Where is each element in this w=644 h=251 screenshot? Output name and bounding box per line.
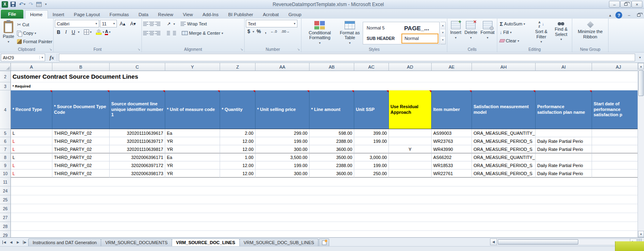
cell[interactable]: [256, 231, 310, 237]
cell[interactable]: [220, 231, 256, 237]
cell[interactable]: 2388.00: [310, 137, 354, 145]
percent-style-button[interactable]: %: [255, 29, 263, 34]
autosum-button[interactable]: ΣAutoSum▾: [499, 20, 531, 28]
merge-center-button[interactable]: Merge & Center▾: [181, 29, 224, 37]
cell[interactable]: 199.00: [256, 137, 310, 145]
cell[interactable]: THIRD_PARTY_02: [52, 137, 110, 145]
cell[interactable]: ORA_MEASURE_PERIOD_S: [472, 169, 536, 178]
header-cell[interactable]: * Source Document Type Code: [52, 90, 110, 129]
row-header-24[interactable]: 24: [0, 186, 11, 195]
insert-cells-button[interactable]: Insert ▾: [449, 20, 463, 46]
row-header-11[interactable]: 11: [0, 178, 11, 186]
cell[interactable]: [354, 213, 389, 222]
cell[interactable]: [389, 178, 432, 186]
help-icon[interactable]: ?: [615, 12, 622, 19]
cell[interactable]: 320201110639717: [110, 137, 165, 145]
cell[interactable]: 199.00: [354, 161, 389, 169]
row-header-27[interactable]: 27: [0, 213, 11, 222]
tab-insert[interactable]: Insert: [48, 10, 69, 19]
accounting-format-button[interactable]: $: [246, 29, 252, 34]
cell[interactable]: [52, 195, 110, 204]
cell[interactable]: [592, 178, 638, 186]
format-as-table-button[interactable]: Format as Table ▾: [338, 20, 362, 46]
vertical-scroll-track[interactable]: [638, 69, 644, 231]
select-all-corner[interactable]: [0, 63, 11, 71]
cell[interactable]: 199.00: [354, 137, 389, 145]
cell[interactable]: [354, 178, 389, 186]
bold-button[interactable]: B: [55, 29, 62, 36]
cell[interactable]: [165, 186, 220, 195]
cell[interactable]: [472, 178, 536, 186]
underline-button[interactable]: U: [70, 29, 77, 36]
cell[interactable]: THIRD_PARTY_02: [52, 129, 110, 137]
row-header-8[interactable]: 8: [0, 153, 11, 161]
cell[interactable]: Daily Rate Partial Perio: [536, 161, 592, 169]
tab-add-ins[interactable]: Add-Ins: [198, 10, 224, 19]
column-header-AC[interactable]: AC: [354, 63, 389, 71]
column-header-Z[interactable]: Z: [220, 63, 256, 71]
cell[interactable]: 300.00: [256, 169, 310, 178]
cell[interactable]: [389, 186, 432, 195]
alignment-dialog-launcher[interactable]: ↘: [240, 48, 243, 51]
horizontal-scroll-thumb[interactable]: [498, 239, 578, 245]
header-cell[interactable]: Unit SSP: [354, 90, 389, 129]
style-normal-5[interactable]: Normal 5: [364, 23, 401, 33]
column-header-AB[interactable]: AB: [310, 63, 354, 71]
tab-home[interactable]: Home: [25, 10, 48, 19]
cell[interactable]: [11, 186, 52, 195]
tab-file[interactable]: File: [1, 10, 23, 19]
minimize-button[interactable]: –: [609, 1, 620, 8]
horizontal-scroll-track[interactable]: [497, 238, 630, 245]
cell[interactable]: [110, 195, 165, 204]
orientation-dropdown-arrow[interactable]: ▾: [173, 22, 175, 26]
cell[interactable]: 12.00: [220, 169, 256, 178]
previous-sheet-button[interactable]: ◀: [8, 239, 15, 246]
cell[interactable]: 3,500.00: [256, 153, 310, 161]
cell[interactable]: [389, 137, 432, 145]
style-page-header[interactable]: PAGE_...: [401, 23, 438, 33]
font-color-button[interactable]: A: [105, 29, 108, 35]
align-bottom-button[interactable]: [155, 22, 160, 26]
row-header-26[interactable]: 26: [0, 204, 11, 213]
cell[interactable]: [165, 178, 220, 186]
clipboard-dialog-launcher[interactable]: ↘: [49, 48, 52, 51]
cell[interactable]: [432, 204, 472, 213]
cell[interactable]: [256, 186, 310, 195]
cell[interactable]: 2388.00: [310, 161, 354, 169]
row-header-9[interactable]: 9: [0, 161, 11, 169]
column-header-AH[interactable]: AH: [472, 63, 536, 71]
cell[interactable]: [354, 186, 389, 195]
vertical-scroll-thumb[interactable]: [638, 70, 644, 96]
formula-input[interactable]: [59, 54, 635, 61]
cell[interactable]: [472, 222, 536, 231]
borders-dropdown-arrow[interactable]: ▾: [90, 30, 91, 34]
row-header-10[interactable]: 10: [0, 169, 11, 178]
delete-cells-button[interactable]: Delete ▾: [463, 20, 479, 46]
cell[interactable]: [256, 204, 310, 213]
cell[interactable]: 300.00: [256, 145, 310, 153]
cell[interactable]: YR: [165, 137, 220, 145]
cell[interactable]: [165, 222, 220, 231]
style-normal[interactable]: Normal: [401, 33, 438, 44]
header-cell[interactable]: Use Residual Approach: [389, 90, 432, 129]
cell[interactable]: THIRD_PARTY_02: [52, 169, 110, 178]
cell[interactable]: [256, 195, 310, 204]
column-header-AI[interactable]: AI: [536, 63, 592, 71]
cell[interactable]: L: [11, 161, 52, 169]
cell[interactable]: [536, 129, 592, 137]
align-left-button[interactable]: [143, 31, 148, 35]
cell[interactable]: Y: [389, 145, 432, 153]
column-header-B[interactable]: B: [52, 63, 110, 71]
cell[interactable]: [11, 231, 52, 237]
cell[interactable]: [256, 222, 310, 231]
required-note-cell[interactable]: * Required: [11, 82, 638, 90]
cell[interactable]: YR: [165, 169, 220, 178]
header-cell[interactable]: * Unit of measure code: [165, 90, 220, 129]
cell[interactable]: AS99003: [432, 129, 472, 137]
last-sheet-button[interactable]: ▶: [21, 239, 28, 246]
cell[interactable]: [432, 186, 472, 195]
cell[interactable]: [592, 153, 638, 161]
cell[interactable]: [52, 186, 110, 195]
cell[interactable]: 320201110639817: [110, 145, 165, 153]
number-format-select[interactable]: Text▾: [246, 20, 297, 27]
